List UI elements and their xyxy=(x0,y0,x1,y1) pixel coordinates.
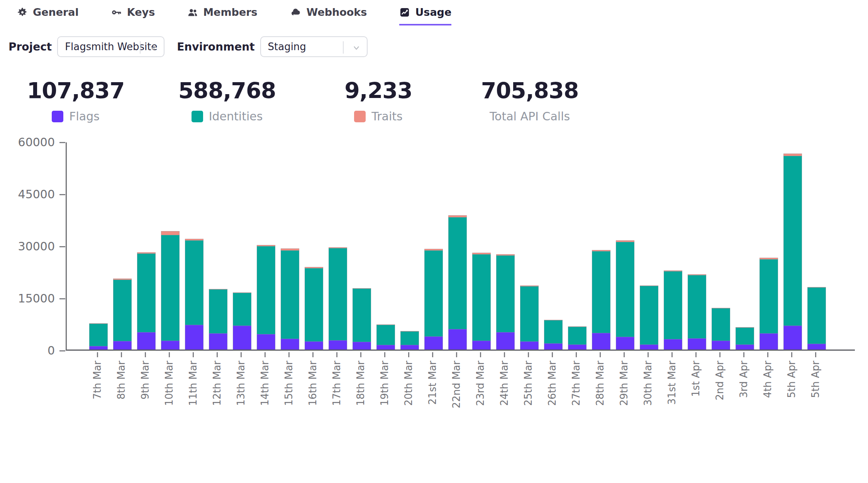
plot-area xyxy=(66,142,855,351)
x-tick-mark xyxy=(648,352,649,357)
bar-segment-flags xyxy=(137,332,156,350)
bar-segment-identities xyxy=(616,242,634,337)
x-axis-slot: 20th Mar xyxy=(399,352,418,408)
x-tick-mark xyxy=(600,352,601,357)
y-tick-mark xyxy=(59,194,65,195)
x-tick-mark xyxy=(145,352,146,357)
x-axis-slot: 3rd Apr xyxy=(734,352,753,408)
stacked-bar xyxy=(760,258,778,350)
bar-segment-identities xyxy=(496,255,515,332)
x-tick-label: 24th Mar xyxy=(499,361,509,406)
x-axis-slot: 19th Mar xyxy=(375,352,394,408)
x-axis-slot: 14th Mar xyxy=(256,352,274,408)
bar-segment-identities xyxy=(209,289,227,333)
bar-segment-flags xyxy=(209,333,227,350)
bar-segment-identities xyxy=(520,286,539,341)
stacked-bar xyxy=(712,308,730,350)
x-axis-slot: 27th Mar xyxy=(567,352,585,408)
x-tick-mark xyxy=(791,352,792,357)
total-api-calls-value: 705,838 xyxy=(481,78,579,103)
x-tick-mark xyxy=(528,352,529,357)
flags-legend-swatch xyxy=(52,111,63,122)
bar-segment-flags xyxy=(472,341,491,350)
bar-segment-flags xyxy=(113,341,132,350)
stacked-bar xyxy=(257,245,275,350)
bar-segment-flags xyxy=(544,343,563,350)
tab-members[interactable]: Members xyxy=(187,6,257,24)
x-tick-label: 14th Mar xyxy=(260,361,270,406)
tab-keys[interactable]: Keys xyxy=(111,6,155,24)
environment-select[interactable]: Staging xyxy=(260,36,368,57)
bar-segment-identities xyxy=(448,217,467,329)
tab-usage[interactable]: Usage xyxy=(399,6,451,25)
traits-legend-swatch xyxy=(354,111,366,122)
x-tick-label: 11th Mar xyxy=(188,361,198,406)
project-select-value: Flagsmith Website xyxy=(65,41,157,52)
bar-segment-identities xyxy=(161,235,180,341)
x-axis-slot: 15th Mar xyxy=(280,352,298,408)
project-environment-controls: Project Flagsmith Website Environment St… xyxy=(8,36,868,57)
x-tick-label: 31st Mar xyxy=(667,361,677,405)
y-tick-label: 0 xyxy=(47,345,55,356)
bar-segment-flags xyxy=(688,338,706,350)
bar-segment-identities xyxy=(257,246,275,334)
tab-webhooks[interactable]: Webhooks xyxy=(290,6,367,24)
stacked-bar xyxy=(807,287,826,350)
x-tick-label: 26th Mar xyxy=(547,361,557,406)
bar-segment-flags xyxy=(233,326,251,350)
bar-segment-identities xyxy=(760,259,778,333)
x-tick-label: 28th Mar xyxy=(595,361,605,406)
x-tick-mark xyxy=(671,352,673,357)
x-axis-slot: 5th Apr xyxy=(782,352,801,408)
x-axis-slot: 17th Mar xyxy=(327,352,346,408)
x-tick-label: 22nd Mar xyxy=(451,361,461,408)
settings-tabs: General Keys Members xyxy=(0,0,868,25)
flags-total: 107,837 xyxy=(27,78,125,103)
x-tick-mark xyxy=(576,352,577,357)
y-tick-mark xyxy=(59,246,65,247)
stacked-bar xyxy=(424,249,443,350)
x-tick-mark xyxy=(336,352,337,357)
usage-stats: 107,837 Flags 588,768 Identities 9,233 T… xyxy=(0,78,605,123)
bar-segment-flags xyxy=(783,326,802,350)
x-axis-slot: 7th Mar xyxy=(88,352,107,408)
bar-segment-identities xyxy=(807,287,826,344)
x-tick-label: 10th Mar xyxy=(164,361,174,406)
x-tick-mark xyxy=(456,352,457,357)
x-axis-slot: 8th Mar xyxy=(112,352,131,408)
stacked-bar xyxy=(233,292,251,350)
x-axis-slot: 13th Mar xyxy=(232,352,250,408)
bar-segment-flags xyxy=(520,341,539,350)
x-tick-label: 7th Mar xyxy=(92,361,102,400)
y-tick-label: 45000 xyxy=(18,189,55,200)
stacked-bar xyxy=(520,285,539,350)
stacked-bar xyxy=(376,324,395,350)
x-axis-slot: 30th Mar xyxy=(639,352,657,408)
x-axis-slot: 24th Mar xyxy=(495,352,514,408)
stat-total-api-calls: 705,838 Total API Calls xyxy=(454,78,605,123)
y-tick-mark xyxy=(59,298,65,299)
bar-segment-flags xyxy=(89,346,108,350)
x-tick-label: 30th Mar xyxy=(643,361,653,406)
project-select[interactable]: Flagsmith Website xyxy=(57,36,164,57)
identities-legend-swatch xyxy=(192,111,203,122)
bar-segment-identities xyxy=(400,331,419,345)
x-tick-mark xyxy=(624,352,625,357)
bar-segment-flags xyxy=(640,345,658,350)
x-tick-label: 29th Mar xyxy=(619,361,629,406)
stacked-bar xyxy=(89,323,108,350)
bar-segment-identities xyxy=(113,280,132,341)
x-axis-slot: 25th Mar xyxy=(519,352,537,408)
x-tick-mark xyxy=(432,352,433,357)
x-axis-slot: 18th Mar xyxy=(351,352,370,408)
bar-segment-flags xyxy=(329,340,347,350)
tab-label: Webhooks xyxy=(307,6,367,18)
bar-segment-identities xyxy=(353,289,371,342)
x-tick-mark xyxy=(408,352,409,357)
bar-segment-flags xyxy=(161,341,180,350)
cloud-icon xyxy=(290,7,302,18)
x-tick-mark xyxy=(217,352,218,357)
tab-general[interactable]: General xyxy=(17,6,79,24)
bar-segment-identities xyxy=(712,308,730,341)
stacked-bar xyxy=(113,279,132,350)
